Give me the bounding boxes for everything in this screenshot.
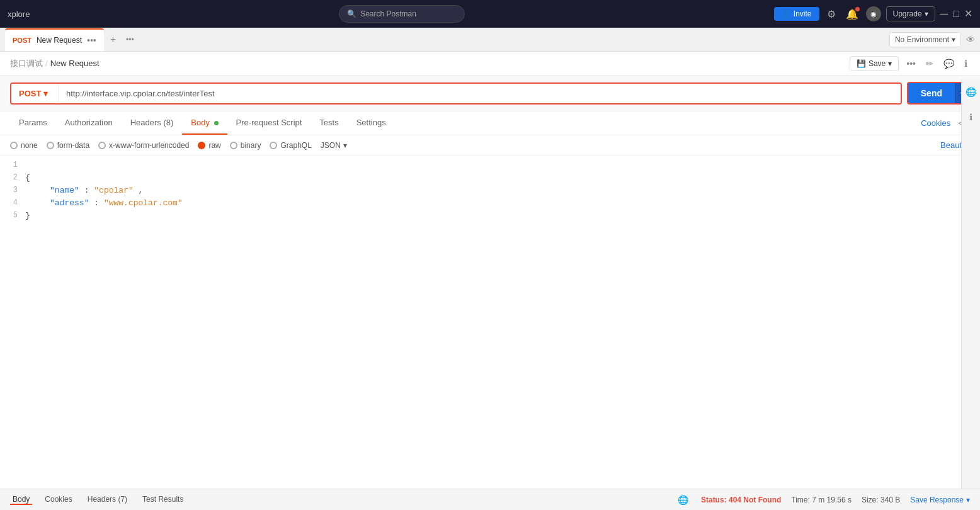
status-tab-body[interactable]: Body bbox=[10, 495, 32, 505]
body-badge bbox=[214, 121, 219, 125]
json-value-adress: "www.cpolar.com" bbox=[104, 198, 183, 208]
json-selector[interactable]: JSON ▾ bbox=[321, 141, 347, 150]
status-tabs: Body Cookies Headers (7) Test Results bbox=[10, 495, 186, 505]
save-label: Save bbox=[869, 59, 886, 68]
new-tab-button[interactable]: + bbox=[106, 33, 120, 47]
status-right: 🌐 Status: 404 Not Found Time: 7 m 19.56 … bbox=[675, 492, 970, 507]
tab-method: POST bbox=[13, 37, 31, 44]
editor-wrapper: 1 2 { 3 "name" : bbox=[0, 156, 980, 489]
breadcrumb: 接口调试 / New Request bbox=[10, 58, 100, 69]
json-key-name: "name" bbox=[50, 186, 79, 195]
save-icon: 💾 bbox=[857, 59, 866, 68]
url-input[interactable] bbox=[59, 84, 901, 103]
radio-binary[interactable]: binary bbox=[230, 141, 261, 150]
line-content-5: } bbox=[25, 211, 977, 220]
invite-button[interactable]: 👤 Invite bbox=[774, 7, 819, 21]
request-tabs-left: Params Authorization Headers (8) Body Pr… bbox=[10, 111, 395, 135]
titlebar-right: 👤 Invite ⚙ 🔔 ◉ Upgrade ▾ ─ □ ✕ bbox=[774, 6, 972, 23]
comment-button[interactable]: 💬 bbox=[941, 56, 957, 71]
maximize-button[interactable]: □ bbox=[953, 9, 959, 19]
env-label: No Environment bbox=[895, 35, 949, 44]
tab-tests[interactable]: Tests bbox=[311, 111, 347, 135]
save-response-button[interactable]: Save Response ▾ bbox=[910, 496, 970, 504]
radio-graphql[interactable]: GraphQL bbox=[270, 141, 311, 150]
cookies-link[interactable]: Cookies bbox=[921, 118, 950, 128]
radio-urlencoded[interactable]: x-www-form-urlencoded bbox=[98, 141, 189, 150]
search-bar[interactable]: 🔍 Search Postman bbox=[339, 5, 465, 23]
edit-button[interactable]: ✏ bbox=[923, 56, 936, 71]
send-button[interactable]: Send bbox=[908, 83, 955, 103]
url-bar: POST ▾ Send ▾ bbox=[0, 76, 980, 111]
tab-authorization[interactable]: Authorization bbox=[56, 111, 122, 135]
editor-line-5: 5 } bbox=[0, 211, 980, 224]
tabs-overflow-button[interactable]: ••• bbox=[122, 35, 138, 44]
editor-scroll-area[interactable]: 1 2 { 3 "name" : bbox=[0, 156, 980, 489]
status-tab-headers[interactable]: Headers (7) bbox=[85, 495, 130, 505]
titlebar-left: xplore bbox=[8, 9, 30, 19]
chevron-down-icon: ▾ bbox=[952, 35, 955, 44]
minimize-button[interactable]: ─ bbox=[940, 8, 949, 20]
body-type-bar: none form-data x-www-form-urlencoded raw… bbox=[0, 135, 980, 156]
info-button[interactable]: ℹ bbox=[962, 56, 970, 71]
radio-raw[interactable]: raw bbox=[198, 141, 220, 150]
breadcrumb-current: New Request bbox=[50, 59, 100, 68]
request-tab[interactable]: POST New Request ••• bbox=[5, 28, 104, 51]
tab-body[interactable]: Body bbox=[182, 111, 227, 135]
tab-settings[interactable]: Settings bbox=[348, 111, 395, 135]
tabbar: POST New Request ••• + ••• No Environmen… bbox=[0, 28, 980, 52]
save-dropdown-icon: ▾ bbox=[888, 59, 892, 68]
profile-button[interactable]: ◉ bbox=[866, 6, 881, 21]
main-content: 接口调试 / New Request 💾 Save ▾ ••• ✏ 💬 ℹ PO… bbox=[0, 52, 980, 489]
radio-form-data[interactable]: form-data bbox=[47, 141, 89, 150]
method-selector[interactable]: POST ▾ bbox=[11, 84, 59, 103]
environment-selector[interactable]: No Environment ▾ bbox=[889, 32, 961, 47]
json-key-adress: "adress" bbox=[50, 198, 89, 208]
editor-line-3: 3 "name" : "cpolar" , bbox=[0, 186, 980, 198]
status-tab-test-results[interactable]: Test Results bbox=[140, 495, 186, 505]
json-label: JSON bbox=[321, 141, 341, 150]
tab-name: New Request bbox=[37, 36, 82, 45]
tab-prerequest[interactable]: Pre-request Script bbox=[227, 111, 311, 135]
tab-params[interactable]: Params bbox=[10, 111, 56, 135]
code-editor[interactable]: 1 2 { 3 "name" : bbox=[0, 156, 980, 229]
right-sidebar: 🌐 ℹ bbox=[961, 79, 980, 510]
close-button[interactable]: ✕ bbox=[964, 9, 972, 19]
radio-none-dot bbox=[10, 142, 18, 149]
upgrade-button[interactable]: Upgrade ▾ bbox=[886, 6, 935, 21]
breadcrumb-parent: 接口调试 bbox=[10, 58, 43, 69]
app-title: xplore bbox=[8, 9, 30, 19]
status-globe-icon[interactable]: 🌐 bbox=[675, 492, 691, 507]
line-number-4: 4 bbox=[3, 198, 25, 207]
sidebar-earth-button[interactable]: 🌐 bbox=[963, 84, 979, 99]
body-type-left: none form-data x-www-form-urlencoded raw… bbox=[10, 141, 347, 150]
notification-dot bbox=[855, 7, 860, 11]
env-icon-button[interactable]: 👁 bbox=[966, 35, 975, 45]
search-placeholder: Search Postman bbox=[360, 9, 416, 18]
url-input-wrapper: POST ▾ bbox=[10, 82, 902, 105]
tab-headers[interactable]: Headers (8) bbox=[122, 111, 183, 135]
radio-graphql-dot bbox=[270, 142, 277, 149]
response-time: Time: 7 m 19.56 s bbox=[791, 496, 852, 504]
status-bar: Body Cookies Headers (7) Test Results 🌐 … bbox=[0, 489, 980, 510]
radio-form-data-dot bbox=[47, 142, 54, 149]
notification-button[interactable]: 🔔 bbox=[843, 6, 861, 23]
status-tab-cookies[interactable]: Cookies bbox=[42, 495, 74, 505]
sidebar-info-button[interactable]: ℹ bbox=[967, 110, 975, 125]
titlebar-center: 🔍 Search Postman bbox=[30, 5, 773, 23]
send-btn-wrapper: Send ▾ bbox=[907, 82, 970, 105]
save-button[interactable]: 💾 Save ▾ bbox=[850, 56, 899, 71]
radio-urlencoded-dot bbox=[98, 142, 106, 149]
radio-none[interactable]: none bbox=[10, 141, 38, 150]
chevron-down-icon: ▾ bbox=[925, 9, 928, 18]
line-number-2: 2 bbox=[3, 173, 25, 182]
line-number-1: 1 bbox=[3, 161, 25, 169]
request-tabs: Params Authorization Headers (8) Body Pr… bbox=[0, 111, 980, 135]
json-value-name: "cpolar" bbox=[94, 186, 133, 195]
json-chevron-icon: ▾ bbox=[343, 141, 347, 150]
tab-more-button[interactable]: ••• bbox=[87, 35, 96, 45]
method-dropdown-icon: ▾ bbox=[43, 89, 48, 98]
breadcrumb-actions: 💾 Save ▾ ••• ✏ 💬 ℹ bbox=[850, 56, 970, 71]
more-options-button[interactable]: ••• bbox=[904, 56, 918, 71]
invite-icon: 👤 bbox=[782, 9, 791, 18]
settings-button[interactable]: ⚙ bbox=[824, 6, 838, 23]
